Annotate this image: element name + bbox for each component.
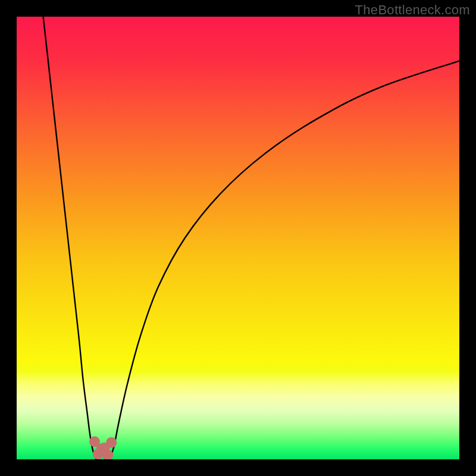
watermark-text: TheBottleneck.com xyxy=(355,2,470,18)
plot-area xyxy=(17,17,459,459)
chart-canvas xyxy=(17,17,459,459)
outer-frame: TheBottleneck.com xyxy=(0,0,476,476)
marker-point xyxy=(106,437,117,448)
